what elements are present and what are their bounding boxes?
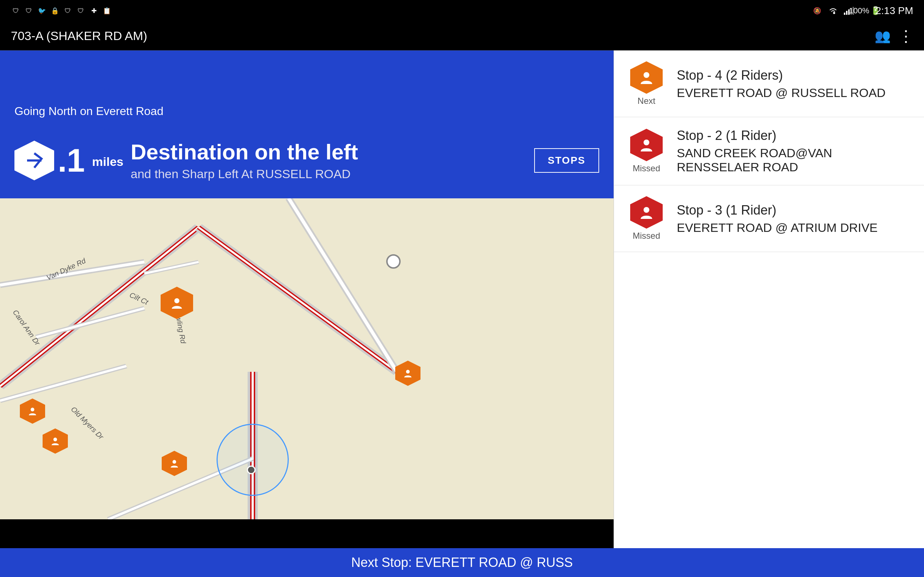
notif-icon-8: 📋 (102, 6, 112, 16)
notif-icon-4: 🔒 (50, 6, 60, 16)
mute-icon: 🔕 (812, 6, 822, 16)
stops-panel: Next Stop - 4 (2 Riders) EVERETT ROAD @ … (614, 50, 924, 548)
stops-button[interactable]: STOPS (534, 148, 599, 173)
map-hex-stop-1 (161, 287, 193, 319)
app-title: 703-A (SHAKER RD AM) (11, 29, 147, 43)
svg-point-33 (643, 72, 649, 78)
status-time: 2:13 PM (876, 5, 913, 16)
svg-point-29 (31, 408, 34, 411)
status-icons-right: 🔕 100% 🔋 2:13 PM (812, 5, 913, 16)
stop-2-hex (630, 129, 663, 161)
stop-3-info: Stop - 3 (1 Rider) EVERETT ROAD @ ATRIUM… (677, 203, 913, 235)
notif-icon-7: ✚ (89, 6, 99, 16)
svg-rect-1 (846, 11, 848, 15)
direction-text: Destination on the left and then Sharp L… (131, 140, 599, 181)
stop-item-2[interactable]: Missed Stop - 2 (1 Rider) SAND CREEK ROA… (614, 117, 924, 185)
distance-indicator: .1 (15, 141, 85, 180)
map-stop-4[interactable] (162, 451, 187, 476)
map-stop-5[interactable] (395, 361, 420, 386)
svg-point-28 (174, 298, 179, 303)
status-icons-left: 🛡 🛡 🐦 🔒 🛡 🛡 ✚ 📋 (11, 6, 112, 16)
svg-point-35 (643, 207, 649, 213)
notif-icon-6: 🛡 (76, 6, 86, 16)
stop-item-3[interactable]: Missed Stop - 3 (1 Rider) EVERETT ROAD @… (614, 185, 924, 252)
battery-percent: 100% (849, 6, 869, 16)
distance-number: .1 (58, 144, 85, 177)
stop-2-label: Missed (633, 163, 660, 174)
stop-2-title: Stop - 2 (1 Rider) (677, 128, 913, 143)
stop-3-badge-col: Missed (625, 196, 668, 241)
route-label: Going North on Everett Road (0, 101, 614, 121)
map-hex-stop-5 (395, 361, 420, 386)
stop-4-badge-col: Next (625, 61, 668, 106)
stop-2-address: SAND CREEK ROAD@VAN RENSSELAER ROAD (677, 146, 913, 174)
battery-icon: 100% 🔋 (860, 6, 870, 16)
stop-4-address: EVERETT ROAD @ RUSSELL ROAD (677, 86, 913, 100)
add-contact-icon[interactable]: 👥 (874, 29, 891, 44)
stop-3-hex (630, 196, 663, 229)
gps-accuracy-circle (216, 424, 289, 496)
distance-miles: miles (92, 155, 123, 169)
svg-point-31 (173, 460, 176, 464)
map-stop-1[interactable] (161, 287, 193, 319)
svg-rect-6 (0, 198, 614, 519)
map-stop-3[interactable] (43, 429, 68, 454)
gps-dot (247, 466, 255, 474)
stop-2-info: Stop - 2 (1 Rider) SAND CREEK ROAD@VAN R… (677, 128, 913, 174)
status-bar: 🛡 🛡 🐦 🔒 🛡 🛡 ✚ 📋 🔕 100% (0, 0, 924, 22)
map-hex-stop-4 (162, 451, 187, 476)
title-bar: 703-A (SHAKER RD AM) 👥 ⋮ (0, 22, 924, 50)
stop-4-hex (630, 61, 663, 94)
notif-icon-3: 🐦 (37, 6, 47, 16)
svg-point-30 (53, 438, 57, 442)
wifi-icon (828, 6, 838, 16)
map-section: Going North on Everett Road .1 miles Des… (0, 50, 614, 548)
map-hex-stop-3 (43, 429, 68, 454)
notif-icon-2: 🛡 (24, 6, 34, 16)
notif-icon-1: 🛡 (11, 6, 21, 16)
notif-icon-5: 🛡 (63, 6, 73, 16)
stop-3-label: Missed (633, 231, 660, 241)
direction-sub: and then Sharp Left At RUSSELL ROAD (131, 167, 599, 181)
direction-header: .1 miles Destination on the left and the… (0, 122, 614, 198)
bottom-bar: Next Stop: EVERETT ROAD @ RUSS (0, 548, 924, 577)
overflow-menu-icon[interactable]: ⋮ (898, 27, 913, 45)
direction-main: Destination on the left (131, 140, 599, 164)
map-hex-stop-2 (20, 398, 45, 424)
stop-4-info: Stop - 4 (2 Riders) EVERETT ROAD @ RUSSE… (677, 68, 913, 100)
svg-point-32 (406, 370, 410, 374)
main-area: Going North on Everett Road .1 miles Des… (0, 50, 924, 548)
map-canvas[interactable]: Van Dyke Rd Dowling Rd Carol Ann Dr Old … (0, 198, 614, 519)
svg-rect-0 (844, 13, 845, 15)
map-roads-svg (0, 198, 614, 519)
map-stop-top[interactable] (386, 254, 401, 269)
stop-3-address: EVERETT ROAD @ ATRIUM DRIVE (677, 221, 913, 235)
stop-4-title: Stop - 4 (2 Riders) (677, 68, 913, 83)
svg-point-34 (643, 140, 649, 145)
destination-pin (386, 254, 401, 269)
stop-4-label: Next (637, 96, 655, 106)
stop-item-4[interactable]: Next Stop - 4 (2 Riders) EVERETT ROAD @ … (614, 50, 924, 117)
direction-hex-icon (15, 141, 54, 180)
stop-3-title: Stop - 3 (1 Rider) (677, 203, 913, 218)
map-stop-2[interactable] (20, 398, 45, 424)
stop-2-badge-col: Missed (625, 129, 668, 174)
next-stop-text: Next Stop: EVERETT ROAD @ RUSS (351, 555, 573, 570)
title-actions: 👥 ⋮ (874, 27, 913, 45)
